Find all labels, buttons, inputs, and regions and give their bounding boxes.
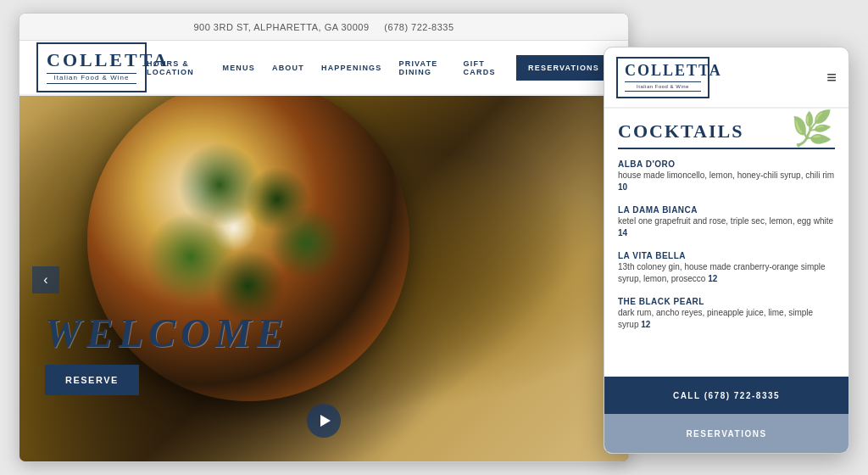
cocktails-section: COCKTAILS 🌿 ALBA D'ORO house made limonc…	[604, 109, 849, 378]
mobile-call-button[interactable]: CALL (678) 722-8335	[604, 377, 849, 414]
address-text: 900 3RD ST, ALPHARETTA, GA 30009	[193, 22, 369, 32]
mobile-reservations-button[interactable]: RESERVATIONS	[604, 414, 849, 453]
cocktails-heading: COCKTAILS 🌿	[618, 120, 835, 149]
cocktail-price-2: 12	[708, 274, 717, 283]
mobile-logo-line-top	[625, 81, 701, 82]
desktop-logo: COLLETTA Italian Food & Wine	[36, 42, 147, 92]
cocktail-price-0: 10	[618, 182, 627, 192]
cocktail-desc-2: 13th coloney gin, house made cranberry-o…	[618, 261, 835, 285]
hero-section: ‹ WELCOME RESERVE	[19, 96, 628, 462]
mobile-logo-title: COLLETTA	[625, 62, 701, 80]
phone-text: (678) 722-8335	[384, 22, 453, 32]
nav-hours[interactable]: HOURS & LOCATION	[147, 59, 205, 76]
cocktail-price-3: 12	[641, 320, 650, 329]
cocktail-price-1: 14	[618, 228, 627, 238]
mobile-logo: COLLETTA Italian Food & Wine	[616, 57, 709, 98]
hero-welcome-area: WELCOME RESERVE	[45, 310, 288, 395]
leaf-decoration-icon: 🌿	[791, 112, 835, 146]
desktop-window: 900 3RD ST, ALPHARETTA, GA 30009 (678) 7…	[19, 13, 629, 462]
reserve-button[interactable]: RESERVE	[45, 365, 139, 395]
nav-about[interactable]: ABOUT	[272, 64, 304, 72]
desktop-nav: COLLETTA Italian Food & Wine HOURS & LOC…	[19, 41, 628, 96]
screenshot-wrapper: 900 3RD ST, ALPHARETTA, GA 30009 (678) 7…	[19, 13, 849, 462]
mobile-logo-line-bottom	[625, 91, 701, 92]
nav-happenings[interactable]: HAPPENINGS	[321, 64, 382, 72]
logo-title: COLLETTA	[47, 49, 136, 71]
logo-line-bottom	[47, 83, 136, 84]
cocktail-item-1: LA DAMA BIANCA ketel one grapefruit and …	[618, 205, 835, 239]
hamburger-menu-icon[interactable]: ≡	[826, 68, 837, 87]
play-icon	[320, 415, 331, 427]
nav-reservations-button[interactable]: RESERVATIONS	[516, 55, 611, 81]
mobile-header: COLLETTA Italian Food & Wine ≡	[604, 48, 849, 109]
nav-links: HOURS & LOCATION MENUS ABOUT HAPPENINGS …	[147, 55, 611, 81]
cocktail-item-2: LA VITA BELLA 13th coloney gin, house ma…	[618, 251, 835, 285]
cocktail-name-1: LA DAMA BIANCA	[618, 205, 835, 215]
play-button[interactable]	[307, 404, 341, 438]
mobile-footer: CALL (678) 722-8335 RESERVATIONS	[604, 377, 849, 453]
cocktail-desc-3: dark rum, ancho reyes, pineapple juice, …	[618, 307, 835, 331]
cocktail-item-3: THE BLACK PEARL dark rum, ancho reyes, p…	[618, 297, 835, 331]
mobile-window: COLLETTA Italian Food & Wine ≡ COCKTAILS…	[604, 47, 849, 454]
cocktail-item-0: ALBA D'ORO house made limoncello, lemon,…	[618, 159, 835, 193]
welcome-heading: WELCOME	[45, 310, 288, 356]
arrow-left-icon: ‹	[43, 272, 47, 288]
mobile-logo-subtitle: Italian Food & Wine	[625, 84, 701, 89]
nav-private-dining[interactable]: PRIVATE DINING	[398, 59, 446, 76]
nav-gift-cards[interactable]: GIFT CARDS	[464, 59, 499, 76]
logo-subtitle: Italian Food & Wine	[47, 74, 136, 81]
cocktail-desc-0: house made limoncello, lemon, honey-chil…	[618, 170, 835, 193]
cocktail-name-0: ALBA D'ORO	[618, 159, 835, 169]
desktop-topbar: 900 3RD ST, ALPHARETTA, GA 30009 (678) 7…	[19, 14, 628, 41]
nav-menus[interactable]: MENUS	[222, 64, 255, 72]
cocktail-name-3: THE BLACK PEARL	[618, 297, 835, 306]
hero-prev-arrow[interactable]: ‹	[32, 266, 59, 293]
cocktail-name-2: LA VITA BELLA	[618, 251, 835, 260]
cocktail-desc-1: ketel one grapefruit and rose, triple se…	[618, 215, 835, 239]
cocktails-title-text: COCKTAILS	[618, 120, 743, 142]
address-bar: 900 3RD ST, ALPHARETTA, GA 30009 (678) 7…	[193, 22, 453, 32]
